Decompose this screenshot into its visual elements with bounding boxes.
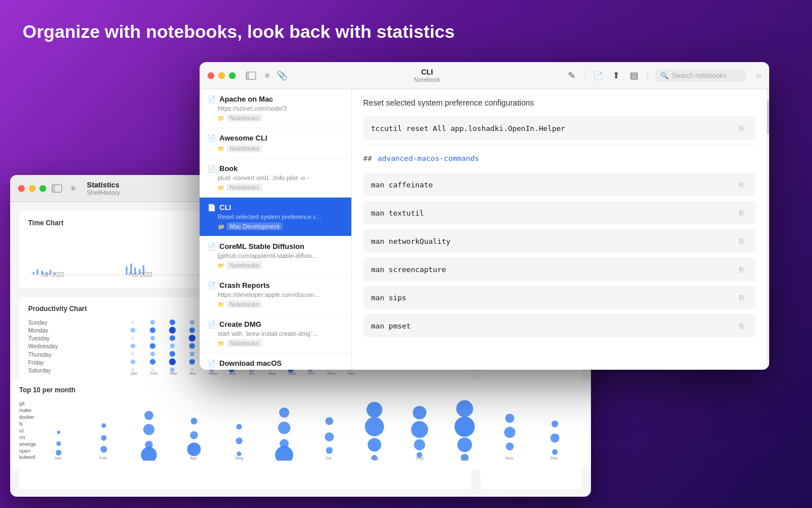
svg-text:open: open (19, 448, 30, 454)
cli-minimize-button[interactable] (218, 72, 225, 79)
svg-text:Nov: Nov (327, 371, 335, 375)
folder-name: Mac Development (227, 222, 283, 230)
expand-icon[interactable]: ›› (756, 71, 761, 80)
svg-text:Dec: Dec (347, 371, 355, 375)
svg-point-57 (188, 335, 195, 341)
folder-name: Notebooks (227, 339, 262, 347)
notebook-subtitle: plutil -convert xml1 ./Info.plist -o - (218, 174, 343, 181)
svg-point-171 (413, 406, 426, 419)
svg-point-172 (411, 421, 428, 438)
command-block-sips: man sips ⎘ (363, 286, 756, 309)
notebook-item-awesome-cli[interactable]: 📄 Awesome CLI 📁 Notebooks (200, 128, 351, 159)
svg-point-150 (144, 411, 153, 420)
svg-point-165 (325, 432, 334, 441)
svg-point-30 (131, 321, 134, 324)
notebook-folder: 📁 Notebooks (218, 114, 343, 122)
cli-close-button[interactable] (208, 72, 214, 79)
svg-text:Aug: Aug (370, 456, 378, 461)
notebook-item-book[interactable]: 📄 Book plutil -convert xml1 ./Info.plist… (200, 159, 351, 198)
notebook-subtitle: softwareupdate --list-full-installers... (218, 369, 343, 370)
share-icon[interactable]: ⬆ (611, 71, 621, 81)
svg-point-155 (190, 431, 198, 439)
svg-point-81 (189, 352, 194, 356)
advanced-link[interactable]: advanced-macos-commands (378, 154, 479, 163)
stats-zoom-button[interactable] (39, 185, 46, 192)
svg-point-31 (150, 320, 155, 325)
stats-close-button[interactable] (18, 185, 25, 192)
stats-traffic-lights (18, 185, 46, 192)
edit-icon[interactable]: ✎ (567, 71, 577, 81)
command-text: man pmset (371, 322, 730, 330)
svg-text:kubectl: kubectl (19, 454, 36, 460)
svg-point-183 (550, 433, 559, 443)
toolbar-icons: ✎ 📄 ⬆ ▤ 🔍 Search notebooks ›› (567, 69, 761, 82)
search-box[interactable]: 🔍 Search notebooks (656, 69, 746, 82)
command-text: man textutil (371, 209, 730, 217)
cli-title: CLI (421, 68, 433, 76)
notebook-title: Create DMG (219, 320, 261, 329)
svg-text:Sep: Sep (416, 456, 424, 461)
sidebar-right-icon[interactable]: ▤ (629, 71, 639, 81)
svg-point-157 (236, 424, 242, 430)
notebook-item-coreml[interactable]: 📄 CoreML Stable Diffusion [github.com/ap… (200, 237, 351, 275)
search-placeholder-text: Search notebooks (672, 72, 727, 80)
command-text: man screencapture (371, 265, 730, 274)
copy-button[interactable]: ⎘ (735, 178, 748, 191)
svg-point-56 (169, 335, 175, 341)
svg-text:May: May (235, 456, 244, 461)
copy-button[interactable]: ⎘ (735, 263, 748, 275)
notebook-folder: 📁 Notebooks (218, 300, 343, 308)
svg-point-148 (101, 435, 107, 441)
svg-text:cc: cc (19, 428, 25, 433)
svg-point-144 (57, 431, 60, 434)
notebook-item-cli[interactable]: 📄 CLI Reset selected system preference c… (200, 198, 351, 237)
svg-point-92 (169, 358, 175, 365)
svg-point-173 (414, 439, 425, 450)
svg-text:Oct: Oct (461, 456, 468, 461)
folder-icon: 📁 (218, 340, 224, 347)
copy-button[interactable]: ⎘ (735, 235, 748, 247)
command-block-link[interactable]: ## advanced-macos-commands (363, 148, 756, 168)
svg-point-91 (149, 359, 155, 365)
svg-point-42 (130, 328, 135, 332)
svg-text:Jan: Jan (54, 456, 61, 461)
svg-point-169 (368, 438, 381, 452)
svg-point-90 (130, 360, 135, 364)
notebook-item-apache[interactable]: 📄 Apache on Mac https://szinet.com/node/… (200, 89, 351, 128)
copy-button[interactable]: ⎘ (735, 122, 748, 134)
cli-title-center: CLI Notebook (292, 68, 562, 83)
command-block-networkquality: man networkQuality ⎘ (363, 229, 756, 253)
stats-minimize-button[interactable] (29, 185, 36, 192)
notebook-folder: 📁 Mac Development (218, 222, 343, 230)
folder-icon: 📁 (218, 224, 224, 230)
notebook-icon: 📄 (208, 243, 216, 251)
cli-sidebar-toggle[interactable] (246, 72, 256, 80)
svg-point-175 (456, 400, 473, 417)
command-text: man sips (371, 294, 730, 302)
copy-button[interactable]: ⎘ (735, 207, 748, 219)
notebook-icon: 📄 (208, 282, 216, 290)
folder-name: Notebooks (227, 114, 262, 122)
cli-body: 📄 Apache on Mac https://szinet.com/node/… (200, 89, 769, 370)
notebook-item-crash[interactable]: 📄 Crash Reports https://developer.apple.… (200, 275, 351, 314)
link-prefix: ## (363, 154, 372, 163)
new-note-icon[interactable]: 📄 (593, 71, 603, 81)
notebook-item-dmg[interactable]: 📄 Create DMG start with `brew install cr… (200, 314, 351, 353)
command-block-tccutil: tccutil reset All app.loshadki.OpenIn.He… (363, 116, 756, 140)
svg-text:Feb: Feb (99, 456, 107, 461)
scroll-indicator (767, 89, 769, 370)
notebook-folder: 📁 Notebooks (218, 339, 343, 347)
copy-button[interactable]: ⎘ (735, 319, 748, 332)
svg-text:Nov: Nov (505, 456, 513, 461)
notebook-subtitle: start with `brew install create-dmg`... (218, 330, 343, 337)
sidebar-toggle-icon[interactable] (52, 185, 62, 192)
notebook-subtitle: https://szinet.com/node/3 (218, 105, 343, 112)
cli-zoom-button[interactable] (229, 72, 236, 79)
copy-button[interactable]: ⎘ (735, 291, 748, 304)
notebook-title: Crash Reports (219, 281, 270, 290)
svg-point-54 (131, 336, 134, 340)
svg-point-160 (279, 408, 289, 418)
svg-point-166 (326, 447, 333, 454)
scrollbar-thumb[interactable] (767, 100, 769, 134)
notebook-item-macos[interactable]: 📄 Download macOS softwareupdate --list-f… (200, 353, 351, 370)
